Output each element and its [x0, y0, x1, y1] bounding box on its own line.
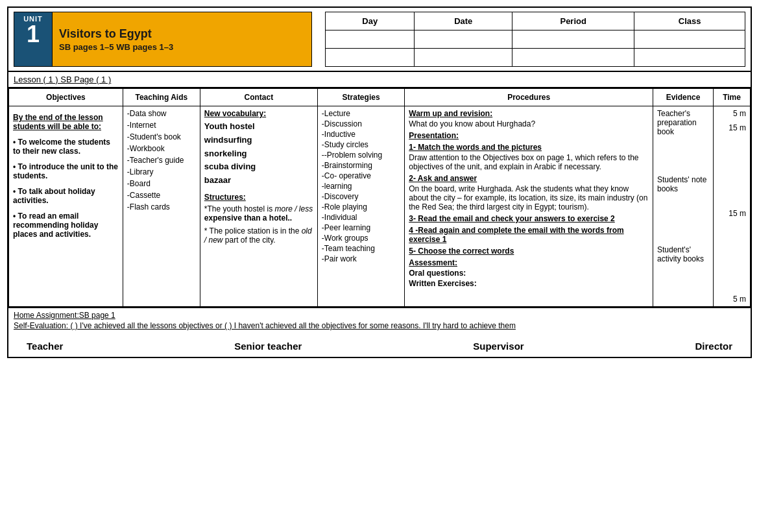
teaching-item-6: -Board [127, 179, 196, 188]
vocab-items: Youth hostelwindsurfingsnorkelingscuba d… [204, 120, 313, 187]
header-procedures: Procedures [405, 89, 653, 106]
lesson-line: Lesson ( 1 ) SB Page ( 1 ) [8, 72, 751, 88]
objectives-point-4: • To read an email recommending holiday … [13, 212, 119, 239]
teaching-item-2: -Student's book [127, 132, 196, 141]
teaching-item-3: -Workbook [127, 144, 196, 153]
item1-text: Draw attention to the Objectives box on … [409, 153, 649, 171]
schedule-date-1 [415, 30, 512, 49]
schedule-period-2 [512, 49, 634, 67]
item4-header: 4 -Read again and complete the email wit… [409, 226, 649, 244]
teaching-item-4: -Teacher's guide [127, 156, 196, 165]
schedule-class-2 [634, 49, 745, 67]
struct-2: * The police station is in the old / new… [204, 226, 313, 245]
schedule-table: Day Date Period Class [325, 12, 745, 67]
schedule-wrapper: Day Date Period Class [325, 12, 745, 67]
header-evidence: Evidence [653, 89, 714, 106]
struct-1: *The youth hostel is more / less expensi… [204, 204, 313, 223]
home-assignment: Home Assignment:SB page 1 [14, 311, 745, 320]
unit-title: Visitors to Egypt [59, 27, 305, 41]
vocab-header: New vocabulary: [204, 109, 266, 118]
schedule-day-1 [326, 30, 415, 49]
teaching-item-0: -Data show [127, 109, 196, 118]
strategy-14: -Pair work [322, 254, 400, 263]
item5-header: 5- Choose the correct words [409, 247, 649, 256]
item1-header: 1- Match the words and the pictures [409, 143, 649, 152]
schedule-period-1 [512, 30, 634, 49]
objectives-intro: By the end of the lesson students will b… [13, 113, 103, 131]
header-contact: Contact [200, 89, 317, 106]
unit-subtitle: SB pages 1–5 WB pages 1–3 [59, 42, 305, 52]
strategy-8: -Discovery [322, 192, 400, 201]
evidence-1: Teacher's preparation book [657, 109, 709, 136]
schedule-class-1 [634, 30, 745, 49]
teaching-item-7: -Cassette [127, 191, 196, 200]
schedule-header-period: Period [512, 12, 634, 30]
item2-header: 2- Ask and answer [409, 174, 649, 183]
strategy-0: -Lecture [322, 109, 400, 118]
contact-cell: New vocabulary: Youth hostelwindsurfings… [200, 106, 317, 307]
strategy-7: -learning [322, 182, 400, 191]
header-strategies: Strategies [317, 89, 404, 106]
item2-text: On the board, write Hurghada. Ask the st… [409, 184, 649, 212]
lesson-line-text: Lesson ( 1 ) SB Page ( 1 ) [14, 75, 111, 84]
time-3: 15 m [717, 209, 746, 218]
sig-supervisor: Supervisor [473, 341, 524, 352]
assessment-header: Assessment: [409, 258, 649, 267]
header-teaching: Teaching Aids [123, 89, 200, 106]
time-2: 15 m [717, 123, 746, 132]
oral-questions: Oral questions: [409, 269, 649, 278]
sig-senior-teacher: Senior teacher [234, 341, 302, 352]
teaching-list: -Data show -Internet -Student's book -Wo… [127, 109, 196, 212]
schedule-row-1 [326, 30, 745, 49]
strategy-3: -Study circles [322, 140, 400, 149]
schedule-row-2 [326, 49, 745, 67]
teaching-aids-cell: -Data show -Internet -Student's book -Wo… [123, 106, 200, 307]
warmup-header: Warm up and revision: [409, 109, 492, 118]
header-objectives: Objectives [9, 89, 123, 106]
schedule-day-2 [326, 49, 415, 67]
sig-teacher: Teacher [27, 341, 63, 352]
objectives-cell: By the end of the lesson students will b… [9, 106, 123, 307]
struct-header: Structures: [204, 193, 246, 202]
strategy-10: -Individual [322, 213, 400, 222]
unit-number-box: UNIT 1 [14, 12, 53, 67]
evidence-cell: Teacher's preparation book Students' not… [653, 106, 714, 307]
strategy-2: -Inductive [322, 130, 400, 139]
unit-title-box: Visitors to Egypt SB pages 1–5 WB pages … [53, 12, 312, 67]
strategy-9: -Role playing [322, 202, 400, 212]
objectives-point-3: • To talk about holiday activities. [13, 187, 119, 205]
strategy-11: -Peer learning [322, 223, 400, 232]
schedule-header-date: Date [415, 12, 512, 30]
procedures-content: Warm up and revision: What do you know a… [409, 109, 649, 288]
strategies-list: -Lecture -Discussion -Inductive -Study c… [322, 109, 400, 263]
objectives-point-1: • To welcome the students to their new c… [13, 138, 119, 156]
presentation-header: Presentation: [409, 131, 649, 140]
teaching-item-5: -Library [127, 167, 196, 176]
time-4: 5 m [717, 295, 746, 304]
teaching-item-1: -Internet [127, 121, 196, 130]
time-1: 5 m [717, 109, 746, 118]
bottom-section: Home Assignment:SB page 1 Self-Evaluatio… [8, 307, 751, 357]
schedule-header-class: Class [634, 12, 745, 30]
strategy-13: -Team teaching [322, 244, 400, 253]
strategy-12: -Work groups [322, 234, 400, 243]
objectives-point-2: • To introduce the unit to the students. [13, 162, 119, 180]
evidence-3: Student's' activity books [657, 245, 709, 263]
procedures-cell: Warm up and revision: What do you know a… [405, 106, 653, 307]
unit-box: UNIT 1 Visitors to Egypt SB pages 1–5 WB… [14, 12, 312, 67]
strategies-cell: -Lecture -Discussion -Inductive -Study c… [317, 106, 404, 307]
self-evaluation: Self-Evaluation: ( ) I've achieved all t… [14, 321, 745, 330]
schedule-header-day: Day [326, 12, 415, 30]
strategy-5: -Brainstorming [322, 161, 400, 170]
header-time: Time [714, 89, 751, 106]
strategy-6: -Co- operative [322, 171, 400, 180]
teaching-item-8: -Flash cards [127, 202, 196, 212]
strategy-4: --Problem solving [322, 151, 400, 160]
unit-number: 1 [27, 23, 40, 46]
contact-content: New vocabulary: Youth hostelwindsurfings… [204, 109, 313, 245]
strategy-1: -Discussion [322, 119, 400, 128]
main-table: Objectives Teaching Aids Contact Strateg… [8, 88, 751, 307]
time-cell: 5 m 15 m 15 m 5 m [714, 106, 751, 307]
top-section: UNIT 1 Visitors to Egypt SB pages 1–5 WB… [8, 8, 751, 72]
main-row: By the end of the lesson students will b… [9, 106, 751, 307]
